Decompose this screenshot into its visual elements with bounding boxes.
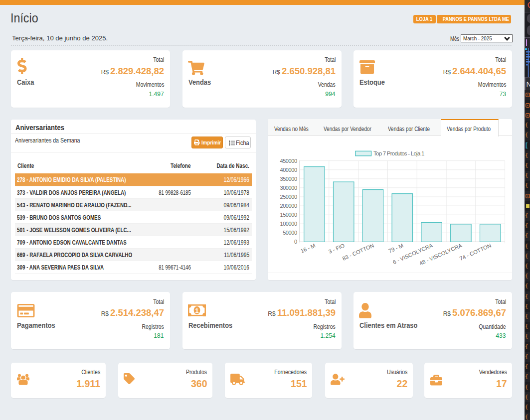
- svg-text:16 - M: 16 - M: [300, 242, 316, 254]
- svg-text:3 - FIO: 3 - FIO: [328, 242, 346, 255]
- svg-text:350000: 350000: [280, 176, 298, 182]
- svg-text:83 - COTTON: 83 - COTTON: [342, 242, 375, 262]
- svg-text:74 - COTTON: 74 - COTTON: [459, 242, 492, 262]
- svg-text:100000: 100000: [280, 221, 298, 227]
- svg-text:200000: 200000: [280, 203, 298, 209]
- svg-text:0: 0: [294, 239, 297, 245]
- svg-text:1: 1: [195, 307, 199, 314]
- svg-text:50000: 50000: [283, 230, 298, 236]
- svg-text:250000: 250000: [280, 194, 298, 200]
- svg-text:400000: 400000: [280, 167, 298, 173]
- svg-text:300000: 300000: [280, 185, 298, 191]
- svg-text:450000: 450000: [280, 158, 298, 164]
- svg-text:Top 7 Produtos - Loja 1: Top 7 Produtos - Loja 1: [373, 150, 424, 156]
- svg-text:79 - M: 79 - M: [388, 242, 404, 254]
- svg-text:150000: 150000: [280, 212, 298, 218]
